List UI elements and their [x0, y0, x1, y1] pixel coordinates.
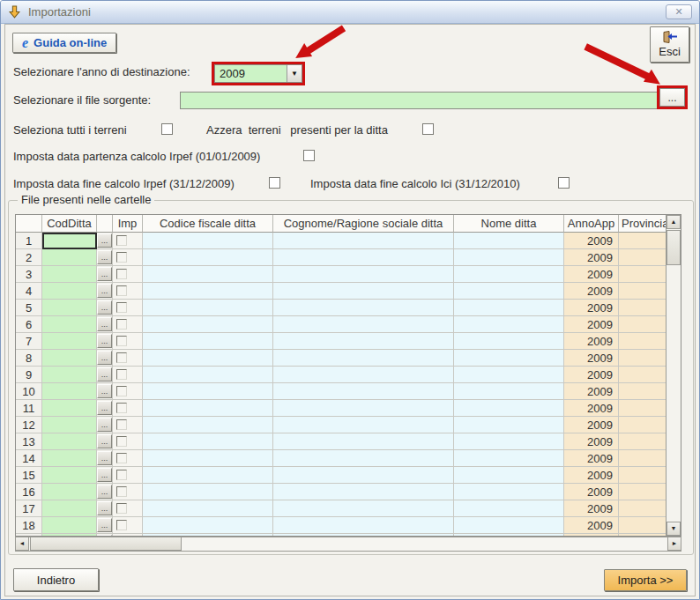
imp-checkbox[interactable] — [116, 403, 127, 413]
codice-fiscale-cell[interactable] — [143, 383, 273, 400]
guida-online-button[interactable]: e Guida on-line — [12, 33, 116, 53]
codditta-cell[interactable] — [42, 249, 97, 266]
indietro-button[interactable]: Indietro — [13, 568, 99, 591]
codice-fiscale-cell[interactable] — [143, 266, 273, 283]
browse-button[interactable]: ... — [659, 88, 685, 107]
close-icon[interactable]: ✕ — [666, 4, 692, 19]
nome-ditta-cell[interactable] — [454, 517, 564, 534]
nome-ditta-cell[interactable] — [454, 283, 564, 300]
row-browse-button[interactable]: ... — [97, 284, 112, 298]
nome-ditta-cell[interactable] — [454, 417, 564, 433]
row-browse-button[interactable]: ... — [97, 317, 112, 331]
row-browse-button[interactable]: ... — [97, 267, 112, 281]
cognome-ragione-cell[interactable] — [273, 450, 454, 467]
cognome-ragione-cell[interactable] — [273, 417, 454, 433]
codditta-cell[interactable] — [42, 417, 97, 433]
cognome-ragione-cell[interactable] — [273, 467, 454, 484]
row-browse-button[interactable]: ... — [97, 233, 112, 248]
imp-checkbox[interactable] — [116, 336, 127, 346]
imp-checkbox[interactable] — [116, 252, 127, 263]
row-browse-button[interactable]: ... — [97, 501, 112, 515]
nome-ditta-cell[interactable] — [454, 249, 564, 266]
cognome-ragione-cell[interactable] — [273, 233, 454, 249]
scroll-up-icon[interactable]: ▲ — [666, 215, 681, 229]
codice-fiscale-cell[interactable] — [143, 367, 273, 383]
nome-ditta-cell[interactable] — [454, 400, 564, 417]
cognome-ragione-cell[interactable] — [273, 433, 454, 450]
imp-checkbox[interactable] — [116, 386, 127, 396]
cognome-ragione-cell[interactable] — [273, 500, 454, 517]
imp-checkbox[interactable] — [116, 419, 127, 430]
imp-checkbox[interactable] — [116, 269, 127, 279]
nome-ditta-cell[interactable] — [454, 450, 564, 467]
row-browse-button[interactable]: ... — [97, 300, 112, 315]
codditta-cell[interactable] — [42, 450, 97, 467]
codice-fiscale-cell[interactable] — [143, 417, 273, 433]
imp-checkbox[interactable] — [116, 486, 127, 497]
row-browse-button[interactable]: ... — [97, 250, 112, 264]
imp-checkbox[interactable] — [116, 436, 127, 447]
nome-ditta-cell[interactable] — [454, 484, 564, 500]
vertical-scrollbar[interactable]: ▲ ▼ — [666, 215, 681, 536]
nome-ditta-cell[interactable] — [454, 433, 564, 450]
imp-checkbox[interactable] — [116, 285, 127, 296]
imp-checkbox[interactable] — [116, 520, 127, 530]
codditta-cell[interactable] — [42, 300, 97, 316]
vertical-scroll-thumb[interactable] — [666, 230, 681, 265]
row-browse-button[interactable]: ... — [97, 367, 112, 381]
cognome-ragione-cell[interactable] — [273, 266, 454, 283]
row-browse-button[interactable]: ... — [97, 401, 112, 415]
codice-fiscale-cell[interactable] — [143, 450, 273, 467]
cognome-ragione-cell[interactable] — [273, 300, 454, 316]
codice-fiscale-cell[interactable] — [143, 249, 273, 266]
codditta-cell[interactable] — [42, 316, 97, 333]
cognome-ragione-cell[interactable] — [273, 350, 454, 367]
codice-fiscale-cell[interactable] — [143, 433, 273, 450]
data-partenza-irpef-checkbox[interactable] — [303, 150, 315, 161]
codditta-cell[interactable] — [42, 283, 97, 300]
horizontal-scrollbar[interactable]: ◄ ► — [15, 537, 681, 552]
codice-fiscale-cell[interactable] — [143, 467, 273, 484]
importa-button[interactable]: Importa >> — [604, 569, 687, 591]
source-file-input[interactable] — [180, 92, 660, 109]
row-browse-button[interactable]: ... — [97, 434, 112, 448]
row-browse-button[interactable]: ... — [97, 485, 112, 499]
codice-fiscale-cell[interactable] — [143, 283, 273, 300]
imp-checkbox[interactable] — [116, 352, 127, 363]
scroll-right-icon[interactable]: ► — [667, 537, 681, 551]
cognome-ragione-cell[interactable] — [273, 283, 454, 300]
row-browse-button[interactable]: ... — [97, 384, 112, 398]
imp-checkbox[interactable] — [116, 503, 127, 514]
azzera-terreni-checkbox[interactable] — [422, 123, 434, 135]
row-browse-button[interactable]: ... — [97, 451, 112, 465]
codditta-cell[interactable] — [42, 484, 97, 500]
cognome-ragione-cell[interactable] — [273, 517, 454, 534]
codditta-cell[interactable] — [42, 467, 97, 484]
codice-fiscale-cell[interactable] — [143, 233, 273, 249]
imp-checkbox[interactable] — [116, 235, 127, 246]
cognome-ragione-cell[interactable] — [273, 383, 454, 400]
select-all-terreni-checkbox[interactable] — [161, 123, 173, 135]
codice-fiscale-cell[interactable] — [143, 500, 273, 517]
nome-ditta-cell[interactable] — [454, 266, 564, 283]
imp-checkbox[interactable] — [116, 470, 127, 480]
codice-fiscale-cell[interactable] — [143, 300, 273, 316]
year-combobox[interactable]: 2009 ▼ — [214, 64, 302, 83]
nome-ditta-cell[interactable] — [454, 333, 564, 350]
codditta-cell[interactable] — [42, 350, 97, 367]
row-browse-button[interactable]: ... — [97, 351, 112, 365]
codditta-cell[interactable] — [42, 433, 97, 450]
nome-ditta-cell[interactable] — [454, 233, 564, 249]
chevron-down-icon[interactable]: ▼ — [287, 65, 302, 82]
scroll-left-icon[interactable]: ◄ — [15, 537, 29, 551]
scroll-down-icon[interactable]: ▼ — [666, 522, 681, 536]
cognome-ragione-cell[interactable] — [273, 333, 454, 350]
cognome-ragione-cell[interactable] — [273, 367, 454, 383]
nome-ditta-cell[interactable] — [454, 300, 564, 316]
imp-checkbox[interactable] — [116, 369, 127, 380]
data-fine-irpef-checkbox[interactable] — [269, 177, 280, 189]
codditta-cell[interactable] — [42, 500, 97, 517]
cognome-ragione-cell[interactable] — [273, 249, 454, 266]
codditta-cell[interactable] — [42, 400, 97, 417]
row-browse-button[interactable]: ... — [97, 334, 112, 348]
